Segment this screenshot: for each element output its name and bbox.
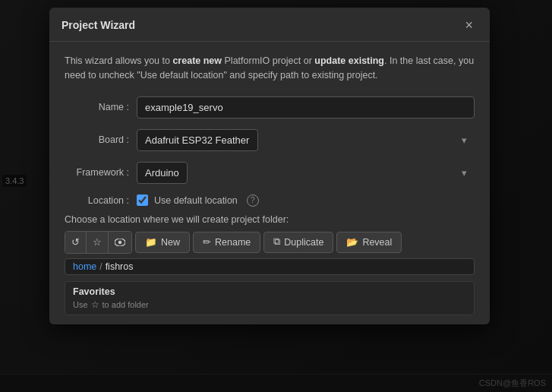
- dialog-header: Project Wizard ×: [49, 8, 490, 42]
- duplicate-button[interactable]: ⧉ Duplicate: [263, 232, 333, 253]
- reveal-icon: 📂: [346, 236, 358, 248]
- new-button-label: New: [161, 237, 180, 248]
- dialog-title: Project Wizard: [62, 19, 135, 31]
- framework-label: Framework :: [65, 167, 137, 178]
- svg-point-1: [118, 240, 121, 243]
- board-select-wrapper: Adafruit ESP32 Feather: [137, 129, 475, 151]
- intro-part2: PlatformIO project or: [222, 55, 314, 66]
- breadcrumb-home[interactable]: home: [73, 261, 96, 272]
- breadcrumb-separator: /: [99, 261, 102, 272]
- intro-text: This wizard allows you to create new Pla…: [65, 54, 475, 83]
- rename-button[interactable]: ✏ Rename: [193, 232, 260, 253]
- reveal-button-label: Reveal: [362, 237, 392, 248]
- name-row: Name :: [65, 96, 475, 119]
- location-checkbox-wrapper: Use default location ?: [137, 194, 259, 207]
- rename-icon: ✏: [203, 236, 211, 248]
- close-button[interactable]: ×: [460, 17, 478, 33]
- new-button[interactable]: 📁 New: [135, 232, 190, 253]
- intro-update-existing: update existing: [314, 55, 384, 66]
- rename-button-label: Rename: [215, 237, 251, 248]
- icon-button-group: ↺ ☆: [65, 231, 132, 254]
- eye-icon: [115, 239, 125, 246]
- use-default-location-checkbox[interactable]: [137, 194, 148, 206]
- star-button[interactable]: ☆: [87, 232, 109, 253]
- name-input[interactable]: [137, 96, 475, 119]
- favorites-hint-text: to add folder: [103, 300, 149, 309]
- breadcrumb-bar: home / fishros: [65, 258, 475, 275]
- board-row: Board : Adafruit ESP32 Feather: [65, 129, 475, 151]
- use-default-location-label: Use default location: [154, 195, 238, 206]
- new-folder-icon: 📁: [145, 236, 157, 248]
- duplicate-button-label: Duplicate: [284, 237, 323, 248]
- name-label: Name :: [65, 102, 137, 112]
- framework-select[interactable]: Arduino: [137, 162, 188, 184]
- favorites-hint: Use ☆ to add folder: [73, 299, 466, 310]
- project-wizard-dialog: Project Wizard × This wizard allows you …: [49, 8, 490, 324]
- favorites-section: Favorites Use ☆ to add folder: [65, 281, 475, 315]
- file-toolbar: ↺ ☆ 📁 New ✏ Rename ⧉ Duplicate: [65, 231, 475, 254]
- location-label: Location :: [65, 195, 137, 206]
- framework-row: Framework : Arduino: [65, 162, 475, 184]
- framework-select-wrapper: Arduino: [137, 162, 475, 184]
- intro-create-new: create new: [172, 55, 222, 66]
- favorites-title: Favorites: [73, 286, 466, 297]
- help-icon[interactable]: ?: [247, 194, 259, 207]
- breadcrumb-current: fishros: [106, 261, 134, 272]
- duplicate-icon: ⧉: [273, 236, 280, 248]
- board-select[interactable]: Adafruit ESP32 Feather: [137, 129, 258, 151]
- refresh-button[interactable]: ↺: [65, 232, 87, 253]
- dialog-body: This wizard allows you to create new Pla…: [49, 42, 490, 324]
- eye-button[interactable]: [109, 232, 131, 253]
- board-label: Board :: [65, 134, 137, 145]
- choose-location-text: Choose a location where we will create p…: [65, 214, 475, 225]
- location-row: Location : Use default location ?: [65, 194, 475, 207]
- intro-part1: This wizard allows you to: [65, 55, 172, 66]
- star-hint-icon: ☆: [91, 299, 99, 310]
- reveal-button[interactable]: 📂 Reveal: [336, 232, 402, 253]
